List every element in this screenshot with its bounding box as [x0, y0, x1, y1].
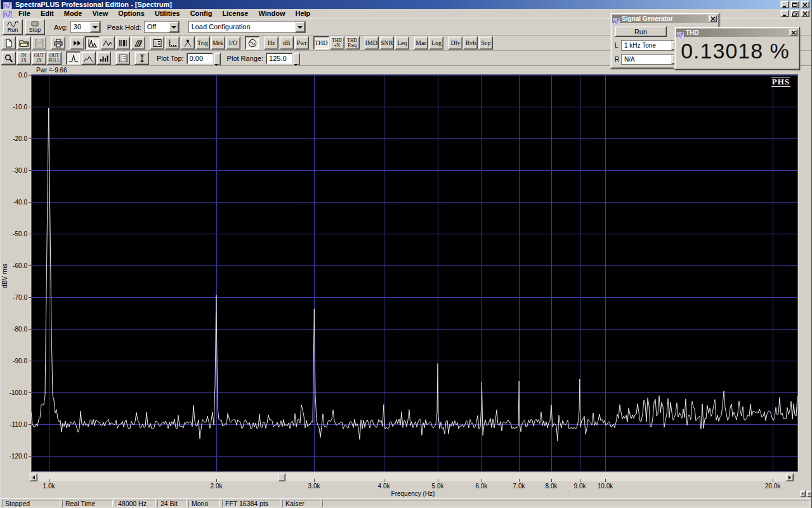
toolbar-separator — [240, 43, 244, 43]
plot-options-button[interactable] — [115, 51, 130, 65]
close-icon[interactable] — [709, 15, 717, 22]
db-readout-button[interactable]: dB — [279, 36, 294, 50]
menu-view[interactable]: View — [87, 9, 113, 18]
thd-freq-readout-button[interactable]: THDFreq — [345, 36, 360, 50]
peak-hold-select[interactable]: Off — [144, 21, 180, 33]
zoom-button[interactable] — [1, 51, 16, 65]
macro-button[interactable]: Mac — [414, 36, 428, 50]
close-icon[interactable] — [789, 29, 797, 36]
close-button[interactable] — [801, 1, 809, 8]
run-button[interactable]: Run — [3, 19, 23, 35]
menu-edit[interactable]: Edit — [36, 9, 59, 18]
new-file-button[interactable] — [1, 36, 16, 50]
chevron-down-icon[interactable] — [90, 22, 100, 32]
logging-button[interactable]: Log — [429, 36, 443, 50]
document-icon[interactable] — [3, 10, 12, 17]
x-tick-mark — [438, 479, 438, 482]
plot-range-stepper[interactable]: 125.0 — [266, 53, 300, 64]
maximize-button[interactable] — [790, 1, 799, 8]
plot-top-stepper[interactable]: 0.00 — [187, 53, 221, 64]
menu-license[interactable]: License — [217, 9, 253, 18]
spectrum-view-button[interactable] — [85, 36, 100, 50]
mdi-close-button[interactable] — [801, 10, 809, 17]
horizontal-scrollbar[interactable] — [29, 473, 794, 481]
menu-mode[interactable]: Mode — [59, 9, 88, 18]
minimize-button[interactable] — [780, 1, 789, 8]
menu-utilities[interactable]: Utilities — [150, 9, 185, 18]
scaling-button[interactable] — [165, 36, 180, 50]
reverb-button[interactable]: Rvb — [463, 36, 478, 50]
leq-readout-button[interactable]: Leq — [395, 36, 409, 50]
toolbar-separator — [409, 43, 413, 43]
thd-window[interactable]: THD 0.13018 % — [674, 27, 800, 70]
zoom-out-2x-button[interactable]: OUT2X — [32, 51, 46, 65]
trigger-button[interactable]: Trig — [195, 36, 210, 50]
chevron-down-icon[interactable] — [295, 22, 305, 32]
line-plot-button[interactable] — [66, 51, 81, 65]
fill-plot-button[interactable] — [81, 51, 96, 65]
plot-range-value[interactable]: 125.0 — [266, 53, 292, 64]
zoom-in-2x-button[interactable]: IN2X — [16, 51, 31, 65]
bar-plot-button[interactable] — [96, 51, 111, 65]
y-tick-label: -120.0 — [2, 453, 27, 460]
print-button[interactable] — [51, 36, 65, 50]
surface-view-button[interactable] — [131, 36, 145, 50]
signal-generator-button[interactable] — [245, 36, 259, 50]
scope-button[interactable]: Scp — [478, 36, 493, 50]
thdn-readout-button[interactable]: THD+N — [330, 36, 344, 50]
open-file-button[interactable] — [16, 36, 31, 50]
menu-options[interactable]: Options — [113, 9, 150, 18]
power-readout-button[interactable]: Pwr — [294, 36, 309, 50]
peak-hold-value: Off — [145, 22, 169, 32]
save-file-button[interactable] — [32, 36, 46, 50]
scroll-right-icon[interactable] — [785, 473, 794, 481]
imd-readout-button[interactable]: IMD — [364, 36, 379, 50]
menu-file[interactable]: File — [13, 9, 36, 18]
x-zoom-minus-button[interactable]: ± — [800, 490, 806, 497]
spectrogram-view-button[interactable] — [115, 36, 130, 50]
scrollbar-track[interactable] — [37, 473, 785, 481]
processing-settings-button[interactable] — [150, 36, 164, 50]
io-button[interactable]: I/O — [226, 36, 240, 50]
delay-button[interactable]: Dly — [448, 36, 462, 50]
left-channel-label: L — [615, 42, 621, 49]
hz-readout-button[interactable]: Hz — [264, 36, 278, 50]
spectrum-plot[interactable]: PHS — [31, 74, 798, 472]
mdi-restore-button[interactable] — [790, 10, 799, 17]
fast-forward-button[interactable] — [70, 36, 84, 50]
calibration-button[interactable] — [180, 36, 195, 50]
db-readout-button-label: dB — [283, 40, 291, 46]
load-configuration-select[interactable]: Load Configuration — [188, 21, 306, 33]
generator-run-button[interactable]: Run — [615, 26, 667, 37]
menu-config[interactable]: Config — [185, 9, 218, 18]
left-signal-select[interactable]: 1 kHz Tone — [621, 40, 682, 51]
scrollbar-thumb[interactable] — [278, 473, 285, 481]
zoom-out-full-button[interactable]: OUTFULL — [47, 51, 62, 65]
spin-up-icon[interactable] — [293, 53, 300, 65]
vertical-scale-button[interactable] — [134, 51, 149, 65]
plot-top-value[interactable]: 0.00 — [187, 53, 213, 64]
title-bar[interactable]: SpectraPLUS Professional Edition - [Spec… — [1, 0, 811, 9]
scroll-left-icon[interactable] — [29, 473, 37, 481]
vscale-icon — [137, 54, 147, 63]
spin-up-icon[interactable] — [214, 53, 221, 65]
signal-generator-title-bar[interactable]: Signal Generator — [612, 15, 717, 23]
mdi-minimize-button[interactable] — [780, 10, 789, 17]
thd-title-bar[interactable]: THD — [676, 29, 798, 37]
marker-button[interactable]: Mrk — [211, 36, 225, 50]
y-tick-label: -20.0 — [2, 135, 27, 142]
menu-window[interactable]: Window — [253, 9, 290, 18]
stop-button[interactable]: Stop — [25, 19, 45, 35]
macro-button-label: Mac — [416, 40, 427, 46]
time-series-view-button[interactable] — [100, 36, 115, 50]
thd-readout-button[interactable]: THD — [313, 36, 329, 50]
right-signal-select[interactable]: N/A — [621, 54, 682, 65]
chevron-down-icon[interactable] — [169, 22, 179, 32]
snr-readout-button[interactable]: SNR — [379, 36, 394, 50]
x-zoom-plus-button[interactable]: ± — [806, 490, 812, 497]
x-tick-mark — [580, 479, 580, 482]
left-signal-value: 1 kHz Tone — [622, 41, 671, 50]
avg-select[interactable]: 30 — [70, 21, 101, 33]
right-channel-row: R N/A — [615, 54, 682, 65]
menu-help[interactable]: Help — [291, 9, 316, 18]
